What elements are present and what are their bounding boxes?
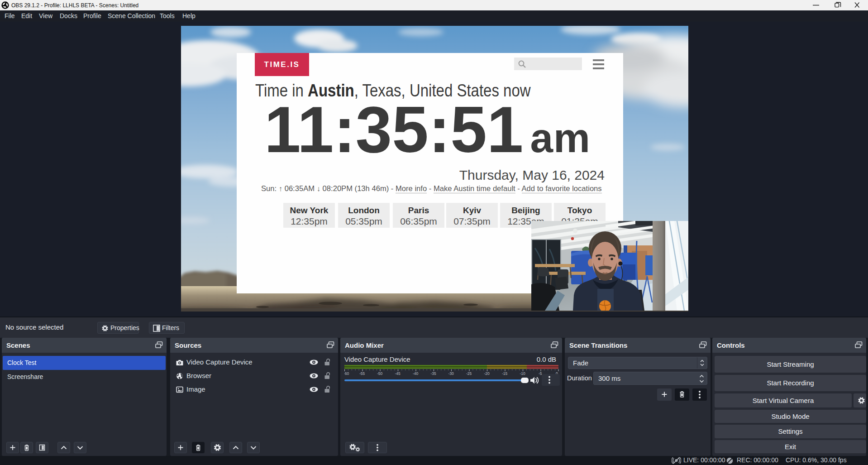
svg-text:-45: -45 [395,371,401,375]
svg-text:-20: -20 [484,371,490,375]
svg-text:-15: -15 [502,371,508,375]
svg-text:-10: -10 [520,371,526,375]
svg-text:-30: -30 [448,371,454,375]
svg-text:-55: -55 [359,371,365,375]
svg-text:-50: -50 [377,371,383,375]
svg-text:-35: -35 [431,371,437,375]
svg-text:-60: -60 [344,371,349,375]
svg-text:-25: -25 [466,371,472,375]
svg-text:-40: -40 [413,371,419,375]
